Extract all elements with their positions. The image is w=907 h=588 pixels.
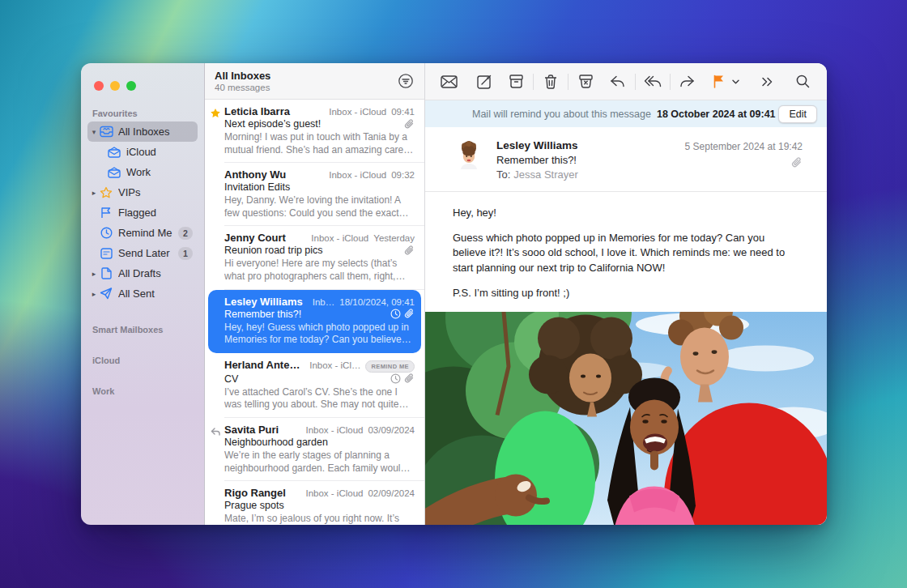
- more-toolbar-items-button[interactable]: [757, 71, 778, 92]
- reminder-banner: Mail will remind you about this message …: [425, 100, 827, 127]
- sidebar-item-label: All Inboxes: [118, 126, 193, 138]
- time: 18/10/2024, 09:41: [339, 297, 415, 307]
- send-later-icon: [99, 246, 113, 261]
- sidebar-item-send-later[interactable]: Send Later 1: [87, 243, 198, 263]
- message-row[interactable]: Savita Puri Inbox - iCloud 03/09/2024 Ne…: [205, 418, 424, 481]
- search-button[interactable]: [793, 71, 814, 92]
- sidebar-item-label: Send Later: [118, 247, 178, 259]
- mailbox-label: Inbox - iCloud: [305, 425, 363, 435]
- sidebar-item-work-inbox[interactable]: Work: [87, 162, 198, 182]
- message-row[interactable]: Herland Antezana Inbox - iCl… REMIND ME …: [205, 353, 424, 418]
- body-paragraph: Guess which photo popped up in Memories …: [453, 231, 799, 275]
- preview: Hey, hey! Guess which photo popped up in…: [224, 322, 415, 347]
- message-row[interactable]: Leticia Ibarra Inbox - iCloud 09:41 Next…: [205, 100, 424, 163]
- minimize-window-button[interactable]: [110, 81, 120, 91]
- sidebar-item-icloud-inbox[interactable]: iCloud: [87, 142, 198, 162]
- message-date: 5 September 2024 at 19:42: [685, 141, 803, 152]
- sidebar-item-label: All Sent: [118, 288, 193, 300]
- paperclip-icon: [791, 157, 803, 168]
- preview: Morning! I was put in touch with Tania b…: [224, 131, 415, 156]
- chevron-right-icon[interactable]: ▸: [89, 270, 99, 278]
- flag-icon: [99, 206, 113, 220]
- mailbox-title: All Inboxes: [215, 70, 397, 82]
- preview: We’re in the early stages of planning a …: [224, 450, 415, 475]
- time: 09:41: [391, 107, 415, 117]
- envelope-open-icon: [107, 145, 121, 160]
- forward-button[interactable]: [677, 71, 698, 92]
- archive-button[interactable]: [505, 71, 526, 92]
- sidebar-section-smart-mailboxes: Smart Mailboxes: [87, 325, 198, 334]
- reply-button[interactable]: [607, 71, 628, 92]
- message-row-selected[interactable]: Lesley Williams Inb… 18/10/2024, 09:41 R…: [208, 290, 421, 353]
- clock-icon: [99, 226, 113, 241]
- paperclip-icon: [404, 119, 415, 130]
- chevron-right-icon[interactable]: ▸: [89, 189, 99, 197]
- preview: Hey, Danny. We’re loving the invitation!…: [224, 194, 415, 219]
- message-count: 40 messages: [215, 83, 397, 92]
- message-row[interactable]: Anthony Wu Inbox - iCloud 09:32 Invitati…: [205, 163, 424, 226]
- filter-button[interactable]: [397, 72, 415, 90]
- trash-button[interactable]: [540, 71, 561, 92]
- subject: Next episode’s guest!: [224, 118, 404, 130]
- sidebar-item-all-inboxes[interactable]: ▾ All Inboxes: [87, 121, 198, 142]
- mailbox-label: Inb…: [313, 297, 335, 307]
- edit-reminder-button[interactable]: Edit: [778, 105, 817, 123]
- message-content-pane: Mail will remind you about this message …: [425, 63, 827, 525]
- replied-arrow-icon: [210, 426, 221, 437]
- vip-star-icon: [210, 108, 221, 119]
- sidebar-item-label: iCloud: [126, 146, 193, 158]
- message-row[interactable]: Jenny Court Inbox - iCloud Yesterday Reu…: [205, 226, 424, 289]
- recipient-name[interactable]: Jessa Strayer: [513, 168, 577, 181]
- remind-clock-icon: [390, 309, 401, 319]
- sidebar-item-flagged[interactable]: Flagged: [87, 202, 198, 223]
- reply-all-button[interactable]: [642, 71, 663, 92]
- sidebar-item-vips[interactable]: ▸ VIPs: [87, 182, 198, 202]
- to-label: To:: [496, 168, 510, 181]
- sidebar-item-all-sent[interactable]: ▸ All Sent: [87, 283, 198, 304]
- preview: Mate, I’m so jealous of you right now. I…: [224, 513, 415, 525]
- message-body: Hey, hey! Guess which photo popped up in…: [425, 192, 827, 312]
- subject: Remember this?!: [224, 309, 390, 320]
- sender: Lesley Williams: [224, 296, 308, 308]
- chevron-down-icon[interactable]: ▾: [89, 128, 99, 136]
- sender: Rigo Rangel: [224, 487, 300, 499]
- mailbox-label: Inbox - iCl…: [309, 360, 360, 370]
- inbox-tray-icon: [99, 125, 113, 139]
- remind-me-count-badge: 2: [178, 227, 193, 240]
- paperplane-icon: [99, 287, 113, 301]
- reminder-text: Mail will remind you about this message: [472, 109, 651, 120]
- flag-button[interactable]: [709, 71, 730, 92]
- chevron-right-icon[interactable]: ▸: [89, 290, 99, 298]
- message-row[interactable]: Rigo Rangel Inbox - iCloud 02/09/2024 Pr…: [205, 481, 424, 525]
- subject: CV: [224, 373, 390, 385]
- sender: Savita Puri: [224, 424, 300, 436]
- sidebar-item-label: Remind Me: [118, 227, 178, 239]
- remind-clock-icon: [390, 373, 401, 384]
- flag-menu-chevron-icon[interactable]: [730, 71, 743, 92]
- time: 02/09/2024: [368, 488, 415, 498]
- preview: I’ve attached Carol’s CV. She’s the one …: [224, 386, 415, 411]
- junk-button[interactable]: [575, 71, 596, 92]
- remind-me-badge: REMIND ME: [365, 360, 415, 373]
- compose-button[interactable]: [474, 71, 495, 92]
- subject: Reunion road trip pics: [224, 245, 404, 256]
- sender-avatar: [454, 140, 483, 169]
- message-list-pane: All Inboxes 40 messages Leticia Ibarra I…: [205, 63, 425, 525]
- message-rows: Leticia Ibarra Inbox - iCloud 09:41 Next…: [205, 100, 424, 525]
- attachment-photo[interactable]: [425, 312, 827, 525]
- sidebar-item-label: Flagged: [118, 207, 193, 219]
- sidebar-section-icloud: iCloud: [87, 356, 198, 365]
- sender: Jenny Court: [224, 232, 306, 244]
- sidebar-item-label: All Drafts: [118, 267, 193, 279]
- get-mail-button[interactable]: [438, 71, 459, 92]
- mailbox-label: Inbox - iCloud: [329, 170, 386, 180]
- time: Yesterday: [373, 233, 415, 243]
- message-header: Lesley Williams Remember this?! To:Jessa…: [425, 127, 827, 192]
- sender: Leticia Ibarra: [224, 105, 324, 117]
- time: 03/09/2024: [368, 425, 415, 435]
- close-window-button[interactable]: [94, 81, 104, 91]
- sidebar-item-label: Work: [126, 166, 193, 178]
- sidebar-item-all-drafts[interactable]: ▸ All Drafts: [87, 263, 198, 283]
- zoom-window-button[interactable]: [126, 81, 136, 91]
- sidebar-item-remind-me[interactable]: Remind Me 2: [87, 223, 198, 243]
